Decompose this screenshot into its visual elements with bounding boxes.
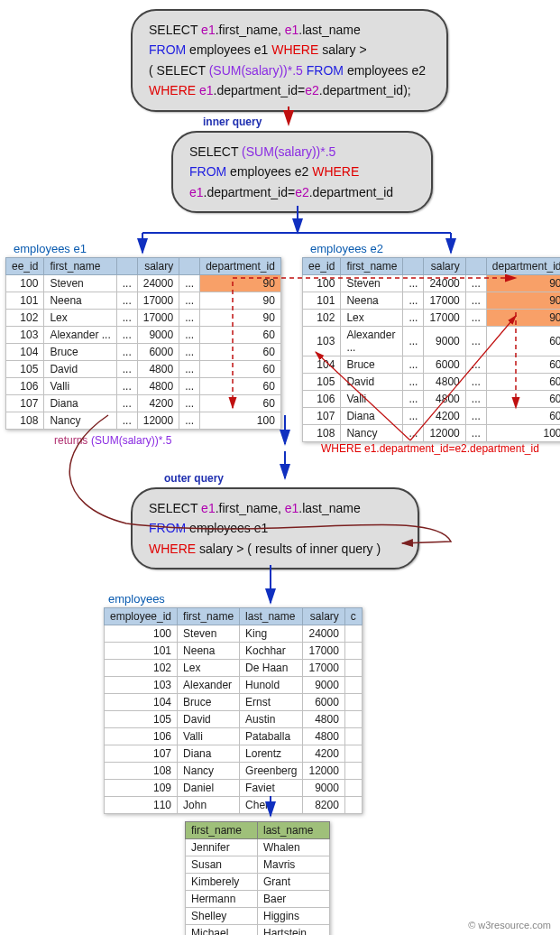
table-row: 101Neena...17000...90 (303, 292, 561, 310)
table-row: 100Steven...24000...90 (303, 275, 561, 292)
code-line: SELECT e1.first_name, e1.last_name (149, 498, 401, 518)
table-row: 104Bruce...6000...60 (6, 344, 281, 361)
footer-credit: © w3resource.com (468, 920, 551, 930)
table-row: 107Diana...4200...60 (303, 408, 561, 425)
code-line: ( SELECT (SUM(salary))*.5 FROM employees… (149, 60, 430, 80)
table-e1: ee_idfirst_namesalarydepartment_id100Ste… (5, 257, 281, 430)
table-row: ShelleyHiggins (186, 908, 330, 925)
table-row: SusanMavris (186, 856, 330, 874)
returns-note: returns (SUM(salary))*.5 (54, 433, 171, 447)
table-e2-title: employees e2 (310, 242, 383, 255)
main-query-box: SELECT e1.first_name, e1.last_name FROM … (131, 9, 448, 112)
code-line: FROM employees e2 WHERE (189, 162, 415, 181)
table-row: 107DianaLorentz4200 (105, 745, 363, 763)
table-row: MichaelHartstein (186, 925, 330, 936)
outer-query-box: SELECT e1.first_name, e1.last_name FROM … (131, 487, 419, 569)
inner-query-label: inner query (203, 116, 262, 128)
outer-query-label: outer query (164, 472, 224, 485)
table-row: 108Nancy...12000...100 (6, 412, 281, 430)
table-row: 104BruceErnst6000 (105, 694, 363, 711)
inner-query-box: SELECT (SUM(salary))*.5 FROM employees e… (171, 131, 433, 213)
table-row: 100Steven...24000...90 (6, 275, 281, 292)
table-employees: employee_idfirst_namelast_namesalaryc100… (104, 607, 363, 814)
table-row: 108Nancy...12000...100 (303, 425, 561, 442)
table-row: 101Neena...17000...90 (6, 292, 281, 310)
table-e1-title: employees e1 (14, 242, 87, 255)
code-line: WHERE salary > ( results of inner query … (149, 539, 401, 559)
table-row: KimberelyGrant (186, 874, 330, 891)
table-row: 110JohnChen8200 (105, 797, 363, 814)
code-line: e1.department_id=e2.department_id (189, 182, 415, 202)
code-line: FROM employees e1 (149, 518, 401, 538)
code-line: WHERE e1.department_id=e2.department_id)… (149, 80, 430, 100)
where-condition-note: WHERE e1.department_id=e2.department_id (321, 442, 539, 455)
code-line: SELECT e1.first_name, e1.last_name (149, 20, 430, 40)
table-row: JenniferWhalen (186, 839, 330, 856)
table-row: 109DanielFaviet9000 (105, 780, 363, 797)
table-row: 105DavidAustin4800 (105, 711, 363, 728)
table-row: 106Valli...4800...60 (303, 391, 561, 408)
table-row: 101NeenaKochhar17000 (105, 643, 363, 660)
table-result: first_namelast_nameJenniferWhalenSusanMa… (185, 821, 330, 935)
table-row: 105David...4800...60 (6, 361, 281, 378)
table-row: 108NancyGreenberg12000 (105, 763, 363, 780)
table-employees-grid: employee_idfirst_namelast_namesalaryc100… (104, 607, 363, 814)
table-row: 103Alexander ......9000...60 (6, 327, 281, 344)
table-result-grid: first_namelast_nameJenniferWhalenSusanMa… (185, 821, 330, 935)
table-row: 103AlexanderHunold9000 (105, 677, 363, 694)
table-row: 107Diana...4200...60 (6, 395, 281, 412)
table-employees-title: employees (108, 592, 165, 606)
table-e2-grid: ee_idfirst_namesalarydepartment_id100Ste… (302, 257, 560, 442)
table-row: HermannBaer (186, 891, 330, 908)
table-row: 100StevenKing24000 (105, 625, 363, 643)
table-row: 105David...4800...60 (303, 374, 561, 391)
table-row: 103Alexander ......9000...60 (303, 327, 561, 356)
code-line: FROM employees e1 WHERE salary > (149, 40, 430, 60)
table-row: 106ValliPataballa4800 (105, 728, 363, 745)
code-line: SELECT (SUM(salary))*.5 (189, 142, 415, 162)
table-row: 102LexDe Haan17000 (105, 660, 363, 677)
table-e2: ee_idfirst_namesalarydepartment_id100Ste… (302, 257, 560, 442)
table-row: 102Lex...17000...90 (6, 310, 281, 327)
table-row: 106Valli...4800...60 (6, 378, 281, 395)
table-row: 102Lex...17000...90 (303, 310, 561, 327)
table-e1-grid: ee_idfirst_namesalarydepartment_id100Ste… (5, 257, 281, 430)
table-row: 104Bruce...6000...60 (303, 356, 561, 374)
